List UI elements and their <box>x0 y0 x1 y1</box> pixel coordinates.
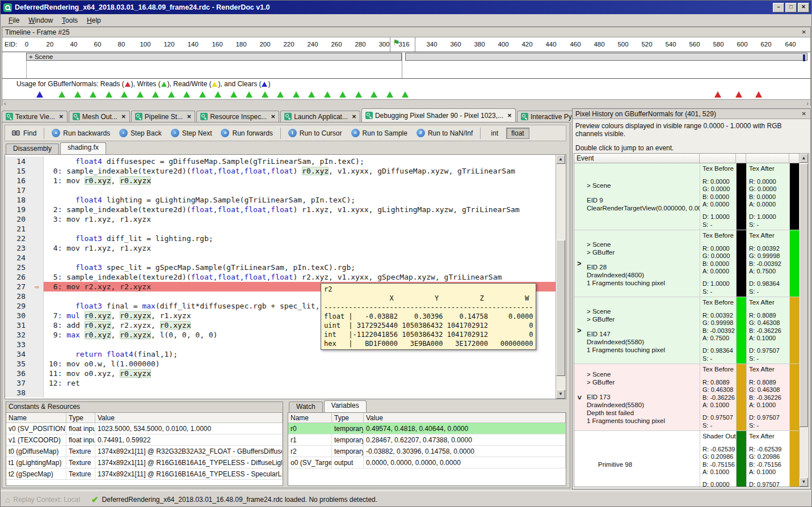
scroll-right-icon[interactable]: › <box>806 100 809 107</box>
code-line-15[interactable]: 15 0: sample_indexable(texture2d)(float,… <box>5 166 556 176</box>
tab-close-icon[interactable]: ✕ <box>352 113 356 120</box>
timeline-close-icon[interactable]: ✕ <box>801 29 807 35</box>
menu-item-tools[interactable]: Tools <box>57 15 82 26</box>
code-line-37[interactable]: 3712: ret <box>5 378 556 388</box>
usage-marker-green[interactable] <box>371 91 377 98</box>
usage-marker-blue[interactable] <box>36 91 43 98</box>
usage-marker-green[interactable] <box>58 91 65 98</box>
usage-marker-green[interactable] <box>230 91 237 98</box>
tab-close-icon[interactable]: ✕ <box>59 113 64 120</box>
scroll-left-icon[interactable]: ‹ <box>4 100 6 107</box>
scroll-thumb[interactable] <box>556 240 565 376</box>
pixel-history-event-row-eid-173[interactable]: >> Scene> GBufferEID 173DrawIndexed(5580… <box>574 364 800 431</box>
code-line-38[interactable]: 38 <box>5 388 556 398</box>
column-header-name[interactable]: Name <box>288 413 332 422</box>
find-button[interactable]: Find <box>7 128 40 139</box>
run-to-nan-inf-button[interactable]: #Run to NaN/Inf <box>413 127 477 139</box>
column-header-type[interactable]: Type <box>332 413 364 422</box>
code-line-22[interactable]: 22 float3 diff_lit = lighting.rgb; <box>5 234 556 243</box>
code-line-21[interactable]: 21 <box>5 224 556 234</box>
menu-item-window[interactable]: Window <box>24 15 57 26</box>
usage-marker-green[interactable] <box>308 91 315 98</box>
pixel-history-event-row-eid-9[interactable]: > SceneEID 9ClearRenderTargetView(0.0000… <box>574 163 800 230</box>
pixel-history-scrollbar[interactable]: ▲ ▼ <box>799 154 809 487</box>
usage-marker-green[interactable] <box>152 91 159 98</box>
expand-chevron-icon[interactable]: > <box>577 327 582 335</box>
code-line-34[interactable]: 34 return float4(final,1); <box>5 349 556 359</box>
run-forwards-button[interactable]: »Run forwards <box>217 127 276 139</box>
code-line-18[interactable]: 18 float4 lighting = gLightingMap.Sample… <box>5 195 556 205</box>
tab-resource-inspec[interactable]: Resource Inspec...✕ <box>196 111 279 122</box>
variable-row-r1[interactable]: r1temporary0.28467, 0.62207, 0.47388, 0.… <box>288 434 566 446</box>
scroll-down-icon[interactable]: ▼ <box>556 390 565 399</box>
scroll-up-icon[interactable]: ▲ <box>800 154 808 163</box>
code-line-16[interactable]: 16 1: mov r0.xyz, r0.xyzx <box>5 176 556 185</box>
tab-close-icon[interactable]: ✕ <box>507 112 512 119</box>
code-editor[interactable]: 14 float4 diffusespec = gDiffuseMap.Samp… <box>5 154 566 399</box>
usage-marker-green[interactable] <box>246 91 253 98</box>
usage-marker-green[interactable] <box>355 91 362 98</box>
tab-variables[interactable]: Variables <box>324 400 367 412</box>
usage-marker-green[interactable] <box>199 91 206 98</box>
usage-marker-green[interactable] <box>168 91 175 98</box>
type-toggle-float[interactable]: float <box>506 128 529 139</box>
scene-bar[interactable]: + Scene <box>26 53 402 61</box>
step-next-button[interactable]: ›Step Next <box>167 127 216 139</box>
codetab-disassembly[interactable]: Disassembly <box>6 143 59 154</box>
code-line-35[interactable]: 3510: mov o0.w, l(1.000000) <box>5 359 556 369</box>
pixel-history-event-row-eid-147[interactable]: >> Scene> GBufferEID 147DrawIndexed(5580… <box>574 297 800 364</box>
constants-row-t2-gspecmap[interactable]: t2 (gSpecMap)Texture1374x892x1[11] @ R16… <box>6 468 283 480</box>
code-line-26[interactable]: 26 5: sample_indexable(texture2d)(float,… <box>5 272 556 282</box>
menu-item-help[interactable]: Help <box>82 15 106 26</box>
timeline-hscroll[interactable]: ‹ › <box>2 99 810 108</box>
type-toggle-int[interactable]: int <box>486 128 503 138</box>
usage-marker-green[interactable] <box>106 91 112 98</box>
usage-marker-green[interactable] <box>121 91 128 98</box>
scene-bar-continuation[interactable] <box>405 53 807 61</box>
column-header-name[interactable]: Name <box>6 413 66 422</box>
tab-close-icon[interactable]: ✕ <box>187 113 191 120</box>
run-to-sample-button[interactable]: ≈Run to Sample <box>347 127 411 139</box>
column-header-value[interactable]: Value <box>95 413 283 422</box>
tab-watch[interactable]: Watch <box>289 402 323 412</box>
step-back-button[interactable]: ‹Step Back <box>115 127 166 139</box>
usage-marker-red[interactable] <box>735 91 742 98</box>
usage-marker-green[interactable] <box>90 91 96 98</box>
tab-pipeline-st[interactable]: Pipeline St...✕ <box>131 111 195 122</box>
pixel-history-event-row-eid-28[interactable]: >> Scene> GBufferEID 28DrawIndexed(4800)… <box>574 230 800 297</box>
constants-row-t1-glightingmap[interactable]: t1 (gLightingMap)Texture1374x892x1[11] @… <box>6 457 283 468</box>
tab-launch-applicat[interactable]: Launch Applicat...✕ <box>280 111 360 122</box>
pixel-history-close-icon[interactable]: ✕ <box>801 111 807 117</box>
column-header-value[interactable]: Value <box>364 413 566 422</box>
tab-close-icon[interactable]: ✕ <box>271 113 275 120</box>
maximize-button[interactable]: □ <box>785 3 797 12</box>
usage-marker-green[interactable] <box>339 91 346 98</box>
expand-chevron-icon[interactable]: > <box>577 260 582 268</box>
code-line-36[interactable]: 3611: mov o0.xyz, r0.xyzx <box>5 369 556 378</box>
tab-texture-vie[interactable]: Texture Vie...✕ <box>2 111 68 122</box>
usage-marker-green[interactable] <box>277 91 284 98</box>
code-line-19[interactable]: 19 2: sample_indexable(texture2d)(float,… <box>5 205 556 214</box>
minimize-button[interactable]: – <box>773 3 784 12</box>
close-button[interactable]: ✕ <box>798 3 809 12</box>
usage-marker-red[interactable] <box>755 91 762 98</box>
tab-close-icon[interactable]: ✕ <box>121 113 126 120</box>
tab-mesh-out[interactable]: Mesh Out...✕ <box>69 111 130 122</box>
tab-debugging-pixel-shader-90-pixel-1023[interactable]: Debugging Pixel Shader 90 - Pixel 1023,.… <box>361 108 516 122</box>
usage-marker-green[interactable] <box>386 91 393 98</box>
constants-row-v0-sv-position[interactable]: v0 (SV_POSITION)float input1023.5000, 53… <box>6 423 283 434</box>
code-line-14[interactable]: 14 float4 diffusespec = gDiffuseMap.Samp… <box>5 157 556 166</box>
code-line-24[interactable]: 24 <box>5 253 556 263</box>
scroll-thumb[interactable] <box>800 163 808 427</box>
constants-row-t0-gdiffusemap[interactable]: t0 (gDiffuseMap)Texture1374x892x1[11] @ … <box>6 446 283 457</box>
variable-row-r2[interactable]: r2temporary-0.03882, 0.30396, 0.14758, 0… <box>288 446 566 457</box>
variable-row-r0[interactable]: r0temporary0.49574, 0.4818, 0.40644, 0.0… <box>288 423 566 434</box>
code-line-23[interactable]: 23 4: mov r1.xyz, r1.xyzx <box>5 243 556 253</box>
usage-marker-red[interactable] <box>714 91 721 98</box>
variable-row-o0-sv-target[interactable]: o0 (SV_Target)output0.0000, 0.0000, 0.00… <box>288 457 566 468</box>
code-line-17[interactable]: 17 <box>5 185 556 195</box>
usage-marker-green[interactable] <box>214 91 221 98</box>
run-to-cursor-button[interactable]: IRun to Cursor <box>284 127 346 139</box>
code-line-25[interactable]: 25 float3 spec_lit = gSpecMap.Sample(gTr… <box>5 263 556 272</box>
run-backwards-button[interactable]: «Run backwards <box>48 127 114 139</box>
